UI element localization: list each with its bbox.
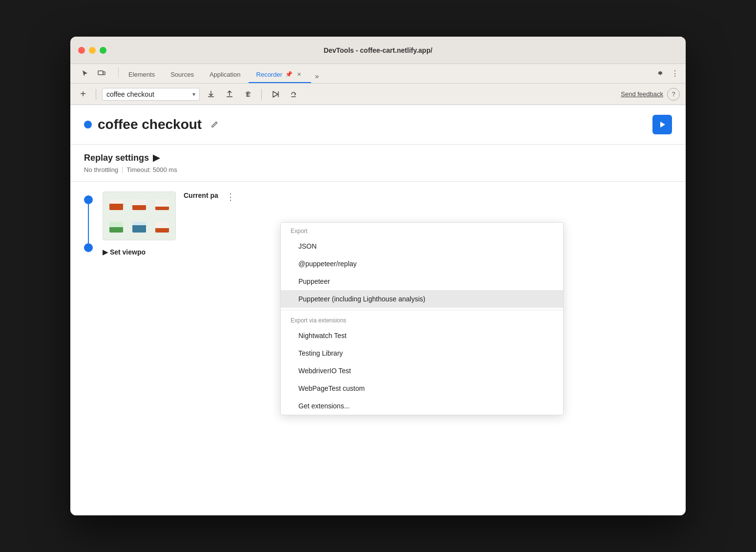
settings-icon[interactable] bbox=[652, 66, 666, 80]
close-window-button[interactable] bbox=[78, 47, 85, 54]
minimize-window-button[interactable] bbox=[89, 47, 96, 54]
dropdown-item-webdriverio[interactable]: WebdriverIO Test bbox=[281, 362, 563, 380]
dropdown-item-json[interactable]: JSON bbox=[281, 237, 563, 255]
delete-recording-button[interactable] bbox=[241, 87, 255, 102]
tab-recorder-label: Recorder bbox=[256, 71, 282, 78]
window-title: DevTools - coffee-cart.netlify.app/ bbox=[324, 46, 433, 54]
dropdown-overlay[interactable]: Export JSON @puppeteer/replay Puppeteer … bbox=[70, 105, 686, 515]
tab-elements-label: Elements bbox=[128, 71, 155, 78]
more-options-icon[interactable]: ⋮ bbox=[668, 66, 682, 80]
tab-application[interactable]: Application bbox=[202, 66, 249, 83]
export-dropdown-menu: Export JSON @puppeteer/replay Puppeteer … bbox=[280, 222, 564, 415]
tab-sources[interactable]: Sources bbox=[163, 66, 202, 83]
tab-right-icons: ⋮ bbox=[652, 66, 682, 83]
dropdown-item-get-extensions[interactable]: Get extensions... bbox=[281, 397, 563, 415]
device-toggle-icon[interactable] bbox=[95, 66, 108, 80]
export-via-extensions-label: Export via extensions bbox=[281, 312, 563, 327]
dropdown-item-webpagetest[interactable]: WebPageTest custom bbox=[281, 380, 563, 397]
dropdown-item-puppeteer-lighthouse[interactable]: Puppeteer (including Lighthouse analysis… bbox=[281, 290, 563, 308]
toolbar-divider-1 bbox=[96, 89, 96, 100]
dropdown-item-puppeteer-replay[interactable]: @puppeteer/replay bbox=[281, 255, 563, 273]
maximize-window-button[interactable] bbox=[100, 47, 106, 54]
svg-rect-0 bbox=[98, 71, 103, 75]
recording-selector[interactable]: coffee checkout ▾ bbox=[102, 88, 200, 101]
tab-overflow-button[interactable]: » bbox=[311, 72, 323, 83]
import-button[interactable] bbox=[222, 87, 237, 102]
export-button[interactable] bbox=[204, 87, 218, 102]
toolbar: + coffee checkout ▾ bbox=[70, 84, 686, 105]
title-bar: DevTools - coffee-cart.netlify.app/ bbox=[70, 37, 686, 64]
devtools-tabs-bar: Elements Sources Application Recorder 📌 … bbox=[70, 64, 686, 84]
dropdown-item-testing-library[interactable]: Testing Library bbox=[281, 344, 563, 362]
cursor-icon[interactable] bbox=[78, 66, 92, 80]
tab-application-label: Application bbox=[210, 71, 241, 78]
send-feedback-button[interactable]: Send feedback bbox=[621, 90, 663, 98]
toolbar-divider-2 bbox=[261, 89, 262, 100]
tab-elements[interactable]: Elements bbox=[121, 66, 163, 83]
dropdown-item-nightwatch[interactable]: Nightwatch Test bbox=[281, 327, 563, 344]
pin-icon: 📌 bbox=[285, 71, 293, 78]
tab-left-divider bbox=[118, 67, 119, 77]
tab-sources-label: Sources bbox=[170, 71, 194, 78]
tab-recorder-close-button[interactable]: ✕ bbox=[295, 70, 303, 78]
tab-recorder[interactable]: Recorder 📌 ✕ bbox=[249, 66, 311, 83]
traffic-lights bbox=[78, 47, 106, 54]
play-button[interactable] bbox=[268, 87, 282, 102]
dropdown-item-puppeteer[interactable]: Puppeteer bbox=[281, 273, 563, 290]
main-content: coffee checkout Replay settings ▶ No thr… bbox=[70, 105, 686, 515]
devtools-window: DevTools - coffee-cart.netlify.app/ Elem… bbox=[70, 37, 686, 515]
step-over-button[interactable] bbox=[286, 87, 301, 102]
svg-marker-2 bbox=[273, 91, 278, 97]
help-button[interactable]: ? bbox=[667, 88, 680, 101]
dropdown-divider-1 bbox=[281, 310, 563, 310]
recording-selector-text: coffee checkout bbox=[106, 90, 189, 98]
tab-left-icons bbox=[74, 66, 112, 83]
export-section-label: Export bbox=[281, 223, 563, 237]
chevron-down-icon: ▾ bbox=[192, 91, 195, 98]
svg-rect-1 bbox=[103, 72, 105, 75]
add-recording-button[interactable]: + bbox=[76, 87, 90, 101]
